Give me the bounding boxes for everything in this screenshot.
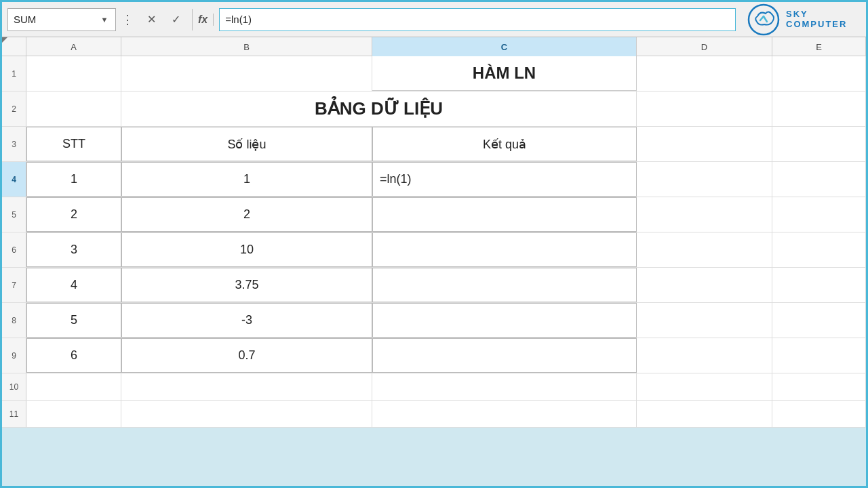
row-num-3[interactable]: 3 [2,127,26,161]
col-header-a[interactable]: A [26,37,121,56]
cell-b7[interactable]: 3.75 [121,268,372,302]
cell-b9[interactable]: 0.7 [121,338,372,373]
cell-d7[interactable] [637,268,772,302]
col-header-c[interactable]: C [372,37,637,56]
cell-c8[interactable] [372,303,637,338]
cell-c9[interactable] [372,338,637,373]
cell-c10[interactable] [372,373,637,400]
row-num-10[interactable]: 10 [2,373,26,400]
cell-a6[interactable]: 3 [26,232,121,267]
cell-c11[interactable] [372,401,637,427]
fx-label: fx [198,14,214,26]
row-num-4[interactable]: 4 [2,162,26,197]
cell-a10[interactable] [26,373,121,400]
cell-c3[interactable]: Kết quả [372,127,637,161]
row-num-11[interactable]: 11 [2,401,26,427]
cell-e6[interactable] [772,232,866,267]
row-num-2[interactable]: 2 [2,92,26,126]
cell-e1[interactable] [772,56,866,91]
row-1: 1 HÀM LN [2,56,866,92]
row-8: 8 5 -3 [2,303,866,338]
cell-a9[interactable]: 6 [26,338,121,373]
formula-divider [192,9,193,30]
cell-e3[interactable] [772,127,866,161]
cell-b10[interactable] [121,373,372,400]
name-box[interactable]: SUM ▼ [7,8,116,31]
formula-input[interactable] [219,8,736,31]
row-3: 3 STT Số liệu Kết quả [2,127,866,162]
row-9: 9 6 0.7 [2,338,866,373]
cell-b11[interactable] [121,401,372,427]
column-headers: A B C D E [2,37,866,56]
cell-b2-merged[interactable]: BẢNG DỮ LIỆU [121,92,637,126]
name-box-value: SUM [14,14,36,25]
row-10: 10 [2,373,866,401]
row-7: 7 4 3.75 [2,268,866,303]
cell-c1[interactable]: HÀM LN [372,56,637,91]
cell-a7[interactable]: 4 [26,268,121,302]
cell-d3[interactable] [637,127,772,161]
row-num-9[interactable]: 9 [2,338,26,373]
row-11: 11 [2,401,866,428]
row-5: 5 2 2 [2,197,866,232]
cell-d4[interactable] [637,162,772,197]
cell-d8[interactable] [637,303,772,338]
cell-b3[interactable]: Số liệu [121,127,372,161]
cell-d2[interactable] [637,92,772,126]
cell-e11[interactable] [772,401,866,427]
cell-c4[interactable]: =ln(1) [372,162,637,197]
formula-dots-icon[interactable]: ⋮ [119,12,138,27]
cell-d10[interactable] [637,373,772,400]
row-2: 2 BẢNG DỮ LIỆU [2,92,866,127]
cell-c5[interactable] [372,197,637,232]
sky-computer-logo-icon [747,3,781,37]
cell-e4[interactable] [772,162,866,197]
col-header-d[interactable]: D [637,37,772,56]
cell-d6[interactable] [637,232,772,267]
cell-e9[interactable] [772,338,866,373]
cell-a4[interactable]: 1 [26,162,121,197]
corner-header [2,37,26,56]
logo-area: SKY COMPUTER [738,0,861,39]
row-6: 6 3 10 [2,232,866,268]
cell-b8[interactable]: -3 [121,303,372,338]
col-header-e[interactable]: E [772,37,866,56]
cell-b4[interactable]: 1 [121,162,372,197]
cell-d11[interactable] [637,401,772,427]
row-num-1[interactable]: 1 [2,56,26,91]
cell-a1[interactable] [26,56,121,91]
cell-e7[interactable] [772,268,866,302]
formula-bar: SUM ▼ ⋮ ✕ ✓ fx SKY COMPUTER [2,2,866,37]
col-header-b[interactable]: B [121,37,372,56]
cell-a3[interactable]: STT [26,127,121,161]
name-box-dropdown-icon[interactable]: ▼ [99,14,110,25]
cell-d9[interactable] [637,338,772,373]
cell-a8[interactable]: 5 [26,303,121,338]
row-num-5[interactable]: 5 [2,197,26,232]
cell-a2[interactable] [26,92,121,126]
cell-e10[interactable] [772,373,866,400]
row-num-7[interactable]: 7 [2,268,26,302]
row-num-8[interactable]: 8 [2,303,26,338]
cell-a11[interactable] [26,401,121,427]
svg-marker-1 [2,37,7,43]
cell-a5[interactable]: 2 [26,197,121,232]
cell-b5[interactable]: 2 [121,197,372,232]
row-4: 4 1 1 =ln(1) [2,162,866,197]
cell-e8[interactable] [772,303,866,338]
cell-c6[interactable] [372,232,637,267]
row-num-6[interactable]: 6 [2,232,26,267]
cell-e2[interactable] [772,92,866,126]
cell-c7[interactable] [372,268,637,302]
spreadsheet: A B C D E 1 HÀM LN 2 BẢNG DỮ LIỆU 3 STT … [2,37,866,428]
cell-d1[interactable] [637,56,772,91]
confirm-formula-button[interactable]: ✓ [165,9,186,30]
cell-b1[interactable] [121,56,372,91]
cell-b6[interactable]: 10 [121,232,372,267]
cancel-formula-button[interactable]: ✕ [140,9,162,30]
cell-e5[interactable] [772,197,866,232]
cell-d5[interactable] [637,197,772,232]
logo-text: SKY COMPUTER [786,9,847,29]
